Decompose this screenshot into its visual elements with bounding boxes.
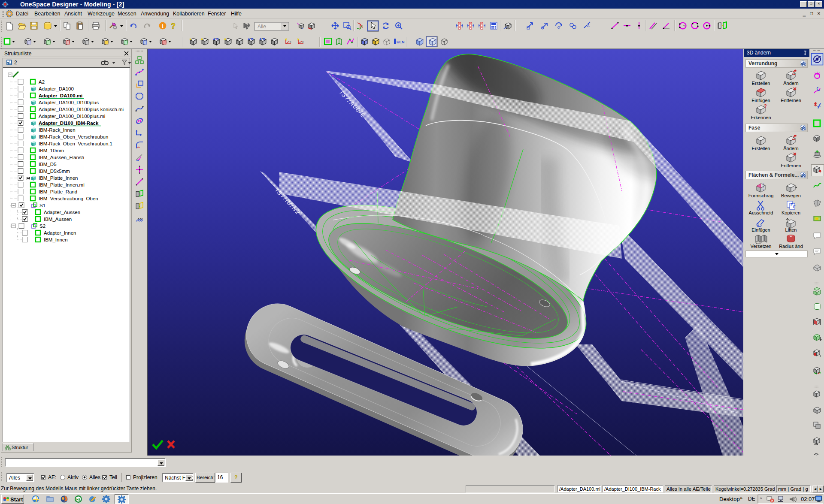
svg-text:IBM-Rack_Oben_Verschraubun.1: IBM-Rack_Oben_Verschraubun.1 xyxy=(39,141,112,146)
svg-text:IBM_Platte_Rand: IBM_Platte_Rand xyxy=(39,189,77,194)
svg-text:IBM-Rack_Oben_Verschraubun: IBM-Rack_Oben_Verschraubun xyxy=(39,134,108,139)
svg-text:B: B xyxy=(251,37,254,41)
svg-text:F: F xyxy=(793,205,796,209)
svg-text:Adapter_DA100_DI100plus: Adapter_DA100_DI100plus xyxy=(39,100,99,105)
svg-text:x: x xyxy=(290,40,291,43)
svg-text:IBM_Verschraubung_Oben: IBM_Verschraubung_Oben xyxy=(39,196,98,201)
svg-text:A: A xyxy=(259,37,262,41)
svg-text:A2: A2 xyxy=(39,79,45,85)
svg-text:IBM-Rack_Innen: IBM-Rack_Innen xyxy=(39,127,76,133)
svg-text:S1: S1 xyxy=(39,203,45,208)
svg-text:ULN: ULN xyxy=(397,40,405,44)
svg-text:Adapter_DA100.mi: Adapter_DA100.mi xyxy=(39,93,82,98)
svg-text:IBM_Platte_Innen: IBM_Platte_Innen xyxy=(39,175,78,181)
svg-text:B: B xyxy=(216,37,219,41)
svg-text:B: B xyxy=(263,37,265,41)
svg-text:Adapter_Aussen: Adapter_Aussen xyxy=(44,210,80,215)
svg-text:IBM_Aussen_Flansh: IBM_Aussen_Flansh xyxy=(39,155,84,160)
svg-text:A: A xyxy=(213,37,215,41)
svg-text:IBM_Aussen: IBM_Aussen xyxy=(44,217,72,222)
svg-text:IBM_D5x5mm: IBM_D5x5mm xyxy=(39,169,70,174)
svg-text:Adapter_DA100: Adapter_DA100 xyxy=(39,86,74,91)
svg-text:x: x xyxy=(302,40,304,43)
svg-text:IBM_Innen: IBM_Innen xyxy=(44,237,68,242)
svg-text:IBM_D5: IBM_D5 xyxy=(39,162,57,167)
svg-text:A: A xyxy=(248,37,250,41)
svg-text:IBM_10mm: IBM_10mm xyxy=(39,148,64,153)
svg-text:i: i xyxy=(162,23,164,29)
svg-text:?: ? xyxy=(171,22,176,30)
svg-text:Alle: Alle xyxy=(258,24,266,30)
svg-text:?: ? xyxy=(764,104,767,109)
svg-text:Adapter_Innen: Adapter_Innen xyxy=(44,230,76,235)
svg-text:IBM_Platte_Innen.mi: IBM_Platte_Innen.mi xyxy=(39,182,85,187)
svg-text:HS: HS xyxy=(76,498,81,501)
svg-text:Adapter_DA100_DI100plus-konisc: Adapter_DA100_DI100plus-konisch.mi xyxy=(39,107,124,112)
svg-text:S2: S2 xyxy=(39,223,45,229)
svg-text:Adapter_DI100_IBM-Rack: Adapter_DI100_IBM-Rack xyxy=(39,121,99,126)
svg-text:Adapter_DA100_DI100plus.mi: Adapter_DA100_DI100plus.mi xyxy=(39,114,105,119)
